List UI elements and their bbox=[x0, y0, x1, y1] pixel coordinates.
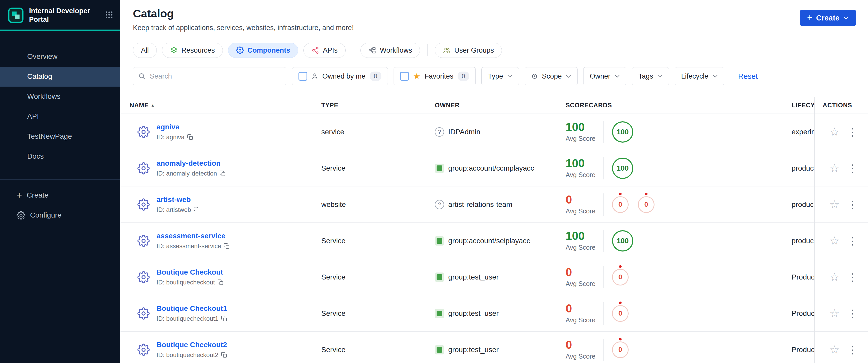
scope-filter-dropdown[interactable]: Scope bbox=[525, 67, 578, 85]
favorite-star-icon[interactable]: ☆ bbox=[829, 271, 839, 283]
favorite-star-icon[interactable]: ☆ bbox=[829, 126, 839, 138]
owner-cell: ? IDPAdmin bbox=[435, 127, 566, 137]
more-options-icon[interactable]: ⋮ bbox=[847, 127, 858, 137]
sidebar-item-docs[interactable]: Docs bbox=[0, 147, 120, 167]
tab-apis-label: APIs bbox=[323, 47, 338, 55]
page-header: Catalog Keep track of applications, serv… bbox=[120, 0, 868, 36]
column-header-lifecycle[interactable]: LIFECYCLE bbox=[792, 102, 814, 109]
entity-id-line: ID: boutiquecheckout bbox=[156, 279, 224, 286]
more-options-icon[interactable]: ⋮ bbox=[847, 236, 858, 246]
owner-filter-dropdown[interactable]: Owner bbox=[583, 67, 626, 85]
entity-name-link[interactable]: Boutique Checkout2 bbox=[156, 341, 227, 349]
owner-icon: ? bbox=[435, 127, 444, 137]
scorecard-badge[interactable]: 0 bbox=[638, 196, 654, 213]
column-header-scorecards[interactable]: SCORECARDS bbox=[566, 102, 792, 109]
entity-id: ID: assessment-service bbox=[156, 242, 221, 250]
search-input[interactable] bbox=[149, 72, 281, 81]
copy-icon[interactable] bbox=[221, 352, 227, 358]
entity-name-link[interactable]: assessment-service bbox=[156, 232, 225, 240]
entity-name-link[interactable]: artist-web bbox=[156, 195, 191, 204]
tab-all[interactable]: All bbox=[133, 43, 157, 58]
scorecard-badges: 00 bbox=[612, 196, 654, 213]
entity-name-link[interactable]: Boutique Checkout1 bbox=[156, 304, 227, 312]
component-gear-icon bbox=[137, 199, 150, 211]
tab-resources[interactable]: Resources bbox=[162, 43, 223, 58]
avg-score-label: Avg Score bbox=[566, 280, 603, 288]
avg-score-label: Avg Score bbox=[566, 207, 603, 215]
name-cell: Boutique Checkout2 ID: boutiquecheckout2 bbox=[129, 341, 321, 359]
tab-resources-label: Resources bbox=[181, 47, 215, 55]
more-options-icon[interactable]: ⋮ bbox=[847, 308, 858, 319]
scorecard-badge[interactable]: 100 bbox=[612, 230, 633, 251]
lifecycle-value: Production bbox=[792, 273, 814, 281]
copy-icon[interactable] bbox=[224, 243, 230, 249]
scorecard-badge[interactable]: 0 bbox=[612, 341, 628, 358]
tab-workflows[interactable]: Workflows bbox=[361, 43, 420, 58]
entity-name-link[interactable]: agniva bbox=[156, 123, 180, 131]
sidebar-item-workflows[interactable]: Workflows bbox=[0, 87, 120, 107]
owner-cell: group:test_user bbox=[435, 345, 566, 355]
favorite-star-icon[interactable]: ☆ bbox=[829, 199, 839, 210]
scorecard-divider bbox=[603, 339, 604, 361]
scorecard-badge[interactable]: 100 bbox=[612, 158, 633, 179]
owner-name[interactable]: IDPAdmin bbox=[448, 128, 480, 136]
owner-name[interactable]: artist-relations-team bbox=[448, 201, 512, 209]
favorite-star-icon[interactable]: ☆ bbox=[829, 235, 839, 247]
app-switcher-icon[interactable] bbox=[105, 11, 113, 20]
tab-components[interactable]: Components bbox=[228, 43, 298, 58]
entity-name-link[interactable]: anomaly-detection bbox=[156, 159, 220, 167]
favorites-checkbox[interactable] bbox=[400, 72, 409, 81]
favorites-filter[interactable]: ★ Favorites 0 bbox=[394, 67, 476, 85]
sidebar-item-testnewpage[interactable]: TestNewPage bbox=[0, 126, 120, 147]
scorecard-badge[interactable]: 100 bbox=[612, 121, 633, 143]
column-header-name[interactable]: NAME ▲ bbox=[129, 102, 321, 109]
owned-by-me-checkbox[interactable] bbox=[299, 72, 307, 81]
scorecard-badge[interactable]: 0 bbox=[612, 269, 628, 285]
copy-icon[interactable] bbox=[219, 170, 226, 177]
owner-name[interactable]: group:test_user bbox=[448, 309, 499, 317]
owner-name[interactable]: group:test_user bbox=[448, 273, 499, 281]
favorite-star-icon[interactable]: ☆ bbox=[829, 162, 839, 174]
tags-filter-dropdown[interactable]: Tags bbox=[632, 67, 669, 85]
scorecard-badge[interactable]: 0 bbox=[612, 196, 628, 213]
sidebar-configure-button[interactable]: Configure bbox=[0, 205, 120, 225]
more-options-icon[interactable]: ⋮ bbox=[847, 272, 858, 282]
copy-icon[interactable] bbox=[221, 315, 227, 322]
more-options-icon[interactable]: ⋮ bbox=[847, 344, 858, 355]
column-header-type[interactable]: TYPE bbox=[321, 102, 435, 109]
name-cell: assessment-service ID: assessment-servic… bbox=[129, 232, 321, 250]
owner-name[interactable]: group:test_user bbox=[448, 345, 499, 354]
scorecard-badge[interactable]: 0 bbox=[612, 305, 628, 322]
copy-icon[interactable] bbox=[217, 279, 224, 285]
alert-dot-icon bbox=[619, 338, 622, 340]
sidebar-item-api[interactable]: API bbox=[0, 107, 120, 126]
portal-logo[interactable] bbox=[8, 7, 24, 23]
copy-icon[interactable] bbox=[187, 134, 193, 140]
favorites-star-icon: ★ bbox=[413, 72, 421, 80]
sidebar-item-catalog[interactable]: Catalog bbox=[0, 67, 120, 87]
owned-by-me-filter[interactable]: Owned by me 0 bbox=[292, 67, 388, 85]
owner-name[interactable]: group:account/ccmplayacc bbox=[448, 164, 534, 173]
sidebar-item-overview[interactable]: Overview bbox=[0, 47, 120, 67]
favorite-star-icon[interactable]: ☆ bbox=[829, 308, 839, 319]
entity-name-link[interactable]: Boutique Checkout bbox=[156, 268, 223, 276]
more-options-icon[interactable]: ⋮ bbox=[847, 163, 858, 174]
actions-column-divider bbox=[814, 97, 815, 363]
owner-name[interactable]: group:account/seiplayacc bbox=[448, 237, 530, 245]
favorite-star-icon[interactable]: ☆ bbox=[829, 344, 839, 356]
type-filter-dropdown[interactable]: Type bbox=[482, 67, 519, 85]
scorecard-badges: 0 bbox=[612, 305, 628, 322]
column-header-owner[interactable]: OWNER bbox=[435, 102, 566, 109]
lifecycle-filter-dropdown[interactable]: Lifecycle bbox=[675, 67, 724, 85]
sidebar-create-button[interactable]: + Create bbox=[0, 185, 120, 205]
avg-score-label: Avg Score bbox=[566, 171, 603, 179]
tab-user-groups[interactable]: User Groups bbox=[435, 43, 502, 58]
more-options-icon[interactable]: ⋮ bbox=[847, 200, 858, 210]
copy-icon[interactable] bbox=[193, 207, 200, 213]
create-button[interactable]: + Create bbox=[800, 10, 856, 26]
main-content: Catalog Keep track of applications, serv… bbox=[120, 0, 868, 363]
tab-apis[interactable]: APIs bbox=[303, 43, 346, 58]
owner-filter-label: Owner bbox=[590, 72, 611, 80]
reset-filters-link[interactable]: Reset bbox=[738, 72, 758, 81]
scorecards-cell: 100 Avg Score 100 bbox=[566, 230, 792, 252]
